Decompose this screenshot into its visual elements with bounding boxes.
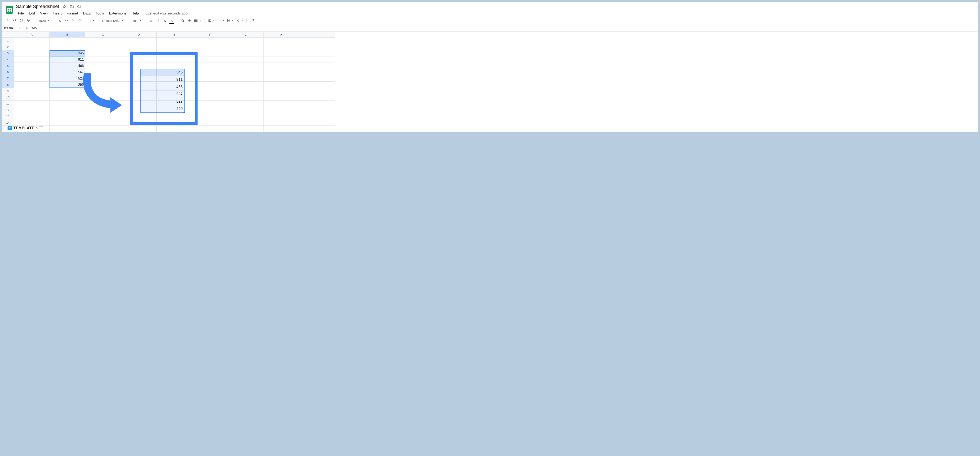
borders-button[interactable]	[186, 17, 192, 24]
column-header-F[interactable]: F	[192, 32, 228, 38]
cell-E15[interactable]	[157, 126, 192, 132]
cell-E4[interactable]	[157, 56, 192, 63]
cell-D7[interactable]	[121, 75, 157, 82]
cell-H1[interactable]	[264, 38, 299, 44]
row-header-1[interactable]: 1	[2, 38, 14, 44]
cell-E3[interactable]	[157, 50, 192, 56]
cell-G5[interactable]	[228, 63, 264, 69]
cell-H3[interactable]	[264, 50, 299, 56]
cell-A7[interactable]	[14, 75, 49, 82]
cell-D6[interactable]	[121, 69, 157, 75]
cell-I12[interactable]	[299, 107, 335, 113]
cell-I3[interactable]	[299, 50, 335, 56]
column-header-C[interactable]: C	[85, 32, 121, 38]
cell-A14[interactable]	[14, 119, 49, 126]
cell-H11[interactable]	[264, 100, 299, 107]
merge-cells-dropdown[interactable]: ▼	[193, 17, 202, 24]
cell-I2[interactable]	[299, 44, 335, 50]
cell-D1[interactable]	[121, 38, 157, 44]
text-rotation-dropdown[interactable]: ▼	[235, 17, 244, 24]
cell-D5[interactable]	[121, 63, 157, 69]
last-edit-link[interactable]: Last edit was seconds ago	[145, 11, 188, 16]
cell-F2[interactable]	[192, 44, 228, 50]
cell-F4[interactable]	[192, 56, 228, 63]
row-header-3[interactable]: 3	[2, 50, 14, 56]
cell-F1[interactable]	[192, 38, 228, 44]
cell-H8[interactable]	[264, 82, 299, 88]
cell-H9[interactable]	[264, 88, 299, 94]
cell-A5[interactable]	[14, 63, 49, 69]
cell-H15[interactable]	[264, 126, 299, 132]
cell-B1[interactable]	[49, 38, 85, 44]
cell-B8[interactable]: 299	[49, 82, 85, 88]
cell-B10[interactable]	[49, 94, 85, 100]
cell-G4[interactable]	[228, 56, 264, 63]
cell-I1[interactable]	[299, 38, 335, 44]
cell-C15[interactable]	[85, 126, 121, 132]
cell-H12[interactable]	[264, 107, 299, 113]
cell-C13[interactable]	[85, 113, 121, 119]
menu-help[interactable]: Help	[129, 11, 141, 16]
cell-C4[interactable]	[85, 56, 121, 63]
spreadsheet-grid[interactable]: ABCDEFGHI 123456789101112131415 34591146…	[2, 32, 978, 132]
cell-G9[interactable]	[228, 88, 264, 94]
cell-C12[interactable]	[85, 107, 121, 113]
cell-C8[interactable]	[85, 82, 121, 88]
cell-B7[interactable]: 527	[49, 75, 85, 82]
menu-edit[interactable]: Edit	[27, 11, 37, 16]
cloud-status-icon[interactable]	[77, 4, 82, 9]
menu-format[interactable]: Format	[65, 11, 80, 16]
cell-C6[interactable]	[85, 69, 121, 75]
cell-A4[interactable]	[14, 56, 49, 63]
cell-F6[interactable]	[192, 69, 228, 75]
redo-button[interactable]	[12, 17, 18, 24]
percent-button[interactable]: %	[64, 17, 70, 24]
cell-D15[interactable]	[121, 126, 157, 132]
insert-link-button[interactable]	[249, 17, 255, 24]
formula-bar-value[interactable]: 345	[32, 27, 37, 30]
cell-D14[interactable]	[121, 119, 157, 126]
cell-C9[interactable]	[85, 88, 121, 94]
cell-B3[interactable]: 345	[49, 50, 85, 56]
cell-G14[interactable]	[228, 119, 264, 126]
row-header-10[interactable]: 10	[2, 94, 14, 100]
cell-C7[interactable]	[85, 75, 121, 82]
cell-A12[interactable]	[14, 107, 49, 113]
cell-I13[interactable]	[299, 113, 335, 119]
cell-B14[interactable]	[49, 119, 85, 126]
zoom-dropdown[interactable]: 100%▼	[36, 17, 52, 24]
cell-A9[interactable]	[14, 88, 49, 94]
cell-H14[interactable]	[264, 119, 299, 126]
number-format-dropdown[interactable]: 123▼	[85, 17, 95, 24]
undo-button[interactable]	[5, 17, 11, 24]
font-size-dropdown[interactable]: 10▼	[130, 17, 143, 24]
cell-C2[interactable]	[85, 44, 121, 50]
cell-D8[interactable]	[121, 82, 157, 88]
cell-G12[interactable]	[228, 107, 264, 113]
cell-E9[interactable]	[157, 88, 192, 94]
row-header-2[interactable]: 2	[2, 44, 14, 50]
cell-F3[interactable]	[192, 50, 228, 56]
cell-I10[interactable]	[299, 94, 335, 100]
paint-format-button[interactable]	[25, 17, 31, 24]
text-wrap-dropdown[interactable]: ▼	[226, 17, 234, 24]
cell-E12[interactable]	[157, 107, 192, 113]
cell-F11[interactable]	[192, 100, 228, 107]
cell-D13[interactable]	[121, 113, 157, 119]
cell-F13[interactable]	[192, 113, 228, 119]
cell-C1[interactable]	[85, 38, 121, 44]
cell-E2[interactable]	[157, 44, 192, 50]
cell-G15[interactable]	[228, 126, 264, 132]
cell-C3[interactable]	[85, 50, 121, 56]
column-header-I[interactable]: I	[299, 32, 335, 38]
column-header-H[interactable]: H	[264, 32, 299, 38]
cell-A6[interactable]	[14, 69, 49, 75]
bold-button[interactable]: B	[148, 17, 154, 24]
cell-E11[interactable]	[157, 100, 192, 107]
column-header-E[interactable]: E	[157, 32, 192, 38]
cell-G11[interactable]	[228, 100, 264, 107]
strikethrough-button[interactable]: S	[162, 17, 168, 24]
row-header-13[interactable]: 13	[2, 113, 14, 119]
cell-H5[interactable]	[264, 63, 299, 69]
cell-B12[interactable]	[49, 107, 85, 113]
